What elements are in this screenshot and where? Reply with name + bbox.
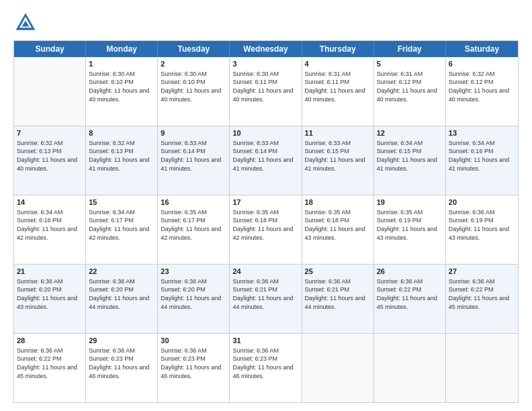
cell-info: Sunrise: 6:30 AMSunset: 6:10 PMDaylight:… xyxy=(89,70,154,103)
day-number: 23 xyxy=(161,267,226,277)
day-cell-12: 12Sunrise: 6:34 AMSunset: 6:15 PMDayligh… xyxy=(374,126,446,195)
day-number: 16 xyxy=(161,197,226,208)
day-cell-28: 28Sunrise: 6:36 AMSunset: 6:22 PMDayligh… xyxy=(14,334,86,402)
page: SundayMondayTuesdayWednesdayThursdayFrid… xyxy=(0,0,532,411)
day-cell-31: 31Sunrise: 6:36 AMSunset: 6:23 PMDayligh… xyxy=(230,334,302,402)
day-cell-24: 24Sunrise: 6:36 AMSunset: 6:21 PMDayligh… xyxy=(230,265,302,333)
day-cell-14: 14Sunrise: 6:34 AMSunset: 6:16 PMDayligh… xyxy=(14,195,86,264)
cell-info: Sunrise: 6:32 AMSunset: 6:13 PMDaylight:… xyxy=(89,139,154,173)
day-cell-11: 11Sunrise: 6:33 AMSunset: 6:15 PMDayligh… xyxy=(302,126,374,195)
cell-info: Sunrise: 6:36 AMSunset: 6:23 PMDaylight:… xyxy=(161,347,226,380)
cell-info: Sunrise: 6:35 AMSunset: 6:17 PMDaylight:… xyxy=(161,208,226,242)
day-number: 30 xyxy=(161,336,226,346)
cell-info: Sunrise: 6:35 AMSunset: 6:18 PMDaylight:… xyxy=(232,208,298,242)
cell-info: Sunrise: 6:34 AMSunset: 6:16 PMDaylight:… xyxy=(17,208,83,242)
cell-info: Sunrise: 6:36 AMSunset: 6:22 PMDaylight:… xyxy=(17,347,83,380)
day-number: 26 xyxy=(377,267,443,277)
day-number: 24 xyxy=(232,267,298,277)
weekday-header-thursday: Thursday xyxy=(302,41,374,57)
day-cell-8: 8Sunrise: 6:32 AMSunset: 6:13 PMDaylight… xyxy=(86,126,158,195)
cell-info: Sunrise: 6:31 AMSunset: 6:12 PMDaylight:… xyxy=(377,70,443,103)
weekday-header-tuesday: Tuesday xyxy=(158,41,230,57)
day-number: 13 xyxy=(449,128,515,138)
day-cell-7: 7Sunrise: 6:32 AMSunset: 6:13 PMDaylight… xyxy=(14,126,86,195)
day-number: 3 xyxy=(232,59,298,69)
day-number: 15 xyxy=(89,197,154,208)
cell-info: Sunrise: 6:32 AMSunset: 6:12 PMDaylight:… xyxy=(449,70,515,103)
day-number: 8 xyxy=(89,128,154,138)
day-cell-5: 5Sunrise: 6:31 AMSunset: 6:12 PMDaylight… xyxy=(374,57,446,126)
day-cell-3: 3Sunrise: 6:30 AMSunset: 6:11 PMDaylight… xyxy=(230,57,302,126)
empty-cell-r0c0 xyxy=(14,57,86,126)
empty-cell-r4c5 xyxy=(374,334,446,402)
logo-icon xyxy=(13,11,38,35)
day-cell-4: 4Sunrise: 6:31 AMSunset: 6:11 PMDaylight… xyxy=(302,57,374,126)
day-cell-19: 19Sunrise: 6:35 AMSunset: 6:19 PMDayligh… xyxy=(374,195,446,264)
cell-info: Sunrise: 6:36 AMSunset: 6:20 PMDaylight:… xyxy=(17,277,83,311)
cell-info: Sunrise: 6:36 AMSunset: 6:23 PMDaylight:… xyxy=(232,347,298,380)
cell-info: Sunrise: 6:33 AMSunset: 6:14 PMDaylight:… xyxy=(232,139,298,173)
day-cell-18: 18Sunrise: 6:35 AMSunset: 6:18 PMDayligh… xyxy=(302,195,374,264)
cell-info: Sunrise: 6:30 AMSunset: 6:10 PMDaylight:… xyxy=(161,70,226,103)
cell-info: Sunrise: 6:36 AMSunset: 6:23 PMDaylight:… xyxy=(89,347,154,380)
cell-info: Sunrise: 6:34 AMSunset: 6:17 PMDaylight:… xyxy=(89,208,154,242)
cell-info: Sunrise: 6:34 AMSunset: 6:16 PMDaylight:… xyxy=(449,139,515,173)
day-cell-10: 10Sunrise: 6:33 AMSunset: 6:14 PMDayligh… xyxy=(230,126,302,195)
day-number: 2 xyxy=(161,59,226,69)
day-number: 25 xyxy=(305,267,371,277)
calendar-row-3: 14Sunrise: 6:34 AMSunset: 6:16 PMDayligh… xyxy=(14,195,518,265)
day-number: 21 xyxy=(17,267,83,277)
calendar: SundayMondayTuesdayWednesdayThursdayFrid… xyxy=(13,40,519,403)
header xyxy=(13,11,519,35)
day-number: 17 xyxy=(232,197,298,208)
cell-info: Sunrise: 6:33 AMSunset: 6:15 PMDaylight:… xyxy=(305,139,371,173)
day-cell-23: 23Sunrise: 6:36 AMSunset: 6:20 PMDayligh… xyxy=(158,265,230,333)
day-number: 27 xyxy=(449,267,515,277)
cell-info: Sunrise: 6:31 AMSunset: 6:11 PMDaylight:… xyxy=(305,70,371,103)
day-cell-20: 20Sunrise: 6:36 AMSunset: 6:19 PMDayligh… xyxy=(446,195,518,264)
day-number: 11 xyxy=(305,128,371,138)
day-number: 5 xyxy=(377,59,443,69)
cell-info: Sunrise: 6:36 AMSunset: 6:20 PMDaylight:… xyxy=(161,277,226,311)
cell-info: Sunrise: 6:36 AMSunset: 6:22 PMDaylight:… xyxy=(449,277,515,311)
day-number: 4 xyxy=(305,59,371,69)
day-number: 1 xyxy=(89,59,154,69)
calendar-header: SundayMondayTuesdayWednesdayThursdayFrid… xyxy=(14,41,518,57)
day-number: 19 xyxy=(377,197,443,208)
cell-info: Sunrise: 6:36 AMSunset: 6:21 PMDaylight:… xyxy=(305,277,371,311)
weekday-header-monday: Monday xyxy=(86,41,158,57)
cell-info: Sunrise: 6:34 AMSunset: 6:15 PMDaylight:… xyxy=(377,139,443,173)
day-number: 31 xyxy=(232,336,298,346)
calendar-row-5: 28Sunrise: 6:36 AMSunset: 6:22 PMDayligh… xyxy=(14,334,518,402)
day-number: 6 xyxy=(449,59,515,69)
day-cell-29: 29Sunrise: 6:36 AMSunset: 6:23 PMDayligh… xyxy=(86,334,158,402)
day-cell-15: 15Sunrise: 6:34 AMSunset: 6:17 PMDayligh… xyxy=(86,195,158,264)
day-cell-1: 1Sunrise: 6:30 AMSunset: 6:10 PMDaylight… xyxy=(86,57,158,126)
day-number: 12 xyxy=(377,128,443,138)
day-cell-2: 2Sunrise: 6:30 AMSunset: 6:10 PMDaylight… xyxy=(158,57,230,126)
day-cell-21: 21Sunrise: 6:36 AMSunset: 6:20 PMDayligh… xyxy=(14,265,86,333)
cell-info: Sunrise: 6:36 AMSunset: 6:20 PMDaylight:… xyxy=(89,277,154,311)
day-cell-26: 26Sunrise: 6:36 AMSunset: 6:22 PMDayligh… xyxy=(374,265,446,333)
day-number: 14 xyxy=(17,197,83,208)
day-number: 22 xyxy=(89,267,154,277)
calendar-row-1: 1Sunrise: 6:30 AMSunset: 6:10 PMDaylight… xyxy=(14,57,518,126)
cell-info: Sunrise: 6:36 AMSunset: 6:19 PMDaylight:… xyxy=(449,208,515,242)
day-number: 29 xyxy=(89,336,154,346)
day-cell-22: 22Sunrise: 6:36 AMSunset: 6:20 PMDayligh… xyxy=(86,265,158,333)
day-number: 9 xyxy=(161,128,226,138)
calendar-row-4: 21Sunrise: 6:36 AMSunset: 6:20 PMDayligh… xyxy=(14,265,518,334)
empty-cell-r4c4 xyxy=(302,334,374,402)
day-number: 10 xyxy=(232,128,298,138)
day-cell-30: 30Sunrise: 6:36 AMSunset: 6:23 PMDayligh… xyxy=(158,334,230,402)
cell-info: Sunrise: 6:36 AMSunset: 6:21 PMDaylight:… xyxy=(232,277,298,311)
weekday-header-saturday: Saturday xyxy=(446,41,518,57)
day-cell-16: 16Sunrise: 6:35 AMSunset: 6:17 PMDayligh… xyxy=(158,195,230,264)
day-number: 18 xyxy=(305,197,371,208)
day-cell-13: 13Sunrise: 6:34 AMSunset: 6:16 PMDayligh… xyxy=(446,126,518,195)
day-cell-17: 17Sunrise: 6:35 AMSunset: 6:18 PMDayligh… xyxy=(230,195,302,264)
day-number: 7 xyxy=(17,128,83,138)
cell-info: Sunrise: 6:32 AMSunset: 6:13 PMDaylight:… xyxy=(17,139,83,173)
day-number: 28 xyxy=(17,336,83,346)
day-cell-6: 6Sunrise: 6:32 AMSunset: 6:12 PMDaylight… xyxy=(446,57,518,126)
